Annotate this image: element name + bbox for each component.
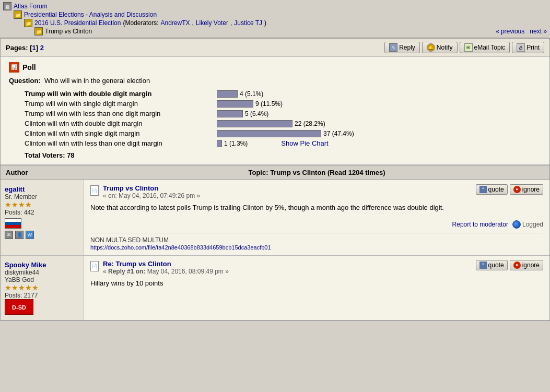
breadcrumb-topic: Trump vs Clinton	[45, 28, 92, 35]
post-title-link-1[interactable]: Trump vs Clinton	[103, 184, 158, 192]
quote-icon-2: ❝	[479, 262, 487, 269]
poll-option-6: Clinton will win with less than one digi…	[25, 139, 541, 147]
report-link-1[interactable]: Report to moderator	[452, 221, 508, 228]
post-time-2: « Reply #1 on: May 04, 2016, 08:09:49 pm…	[103, 268, 229, 275]
bar-5	[217, 130, 321, 137]
post-row-1: egalitt Sr. Member ★★★★ Posts: 442 ✉ 👤 W…	[1, 180, 549, 256]
moderator-justice-tj[interactable]: Justice TJ	[234, 19, 262, 27]
poll-option-4: Clinton will win with double digit margi…	[25, 120, 541, 127]
author-link-1[interactable]: egalitt	[5, 185, 25, 193]
action-buttons: ✎ Reply 🔔 Notify ✉ eMail Topic 🖨 Print	[384, 42, 544, 53]
post-title-row-2: 📄 Re: Trump vs Clinton « Reply #1 on: Ma…	[90, 260, 543, 275]
poll-option-2: Trump will win with single digit margin …	[25, 100, 541, 108]
author-rank-1: Sr. Member	[5, 193, 79, 200]
notify-icon: 🔔	[427, 43, 435, 52]
sig-text-1: NON MULTA SED MULTUM	[90, 236, 543, 244]
post-body-2: Hillary wins by 10 points	[90, 278, 543, 289]
bar-1	[217, 90, 238, 98]
author-icon-msg[interactable]: ✉	[5, 231, 13, 239]
breadcrumb-bar: ▦ Atlas Forum 📁 Presidential Elections -…	[0, 0, 550, 38]
poll-option-1: Trump will win with double digit margin …	[25, 90, 541, 98]
page-1-link[interactable]: 1	[32, 44, 36, 52]
next-link[interactable]: next »	[530, 28, 547, 35]
post-author-col-2: Spooky Mike diskymike44 YaBB God ★★★★★ P…	[1, 256, 84, 320]
post-content-col-1: 📄 Trump vs Clinton « on: May 04, 2016, 0…	[84, 180, 549, 255]
moderator-andrewTX[interactable]: AndrewTX	[160, 19, 190, 27]
author-stars-1: ★★★★	[5, 200, 79, 209]
post-body-1: Note that according to latest polls Trum…	[90, 203, 543, 213]
post-content-col-2: 📄 Re: Trump vs Clinton « Reply #1 on: Ma…	[84, 256, 549, 320]
email-button[interactable]: ✉ eMail Topic	[460, 42, 510, 53]
poll-question-text: Who will win in the general election	[44, 77, 150, 85]
forum-icon: ▦	[3, 2, 11, 10]
breadcrumb-level2[interactable]: Presidential Elections - Analysis and Di…	[24, 11, 157, 18]
breadcrumb-level3[interactable]: 2016 U.S. Presidential Election	[34, 19, 121, 27]
post-sig-1: NON MULTA SED MULTUM https://docs.zoho.c…	[90, 233, 543, 251]
ignore-button-1[interactable]: ● ignore	[510, 184, 543, 195]
quote-button-2[interactable]: ❝ quote	[476, 260, 508, 270]
post-doc-icon-2: 📄	[90, 261, 99, 271]
reply-icon: ✎	[389, 43, 397, 52]
moderator-likely-voter[interactable]: Likely Voter	[196, 19, 228, 27]
sig-link-1[interactable]: https://docs.zoho.com/file/ta42n8e40368b…	[90, 244, 271, 251]
post-time-1: « on: May 04, 2016, 07:49:26 pm »	[103, 192, 200, 199]
post-title-link-2[interactable]: Re: Trump vs Clinton	[103, 260, 171, 268]
author-icons-1: ✉ 👤 W	[5, 231, 79, 239]
quote-icon-1: ❝	[479, 186, 487, 193]
moderators-label: (Moderators:	[123, 19, 158, 27]
logged-status-1: Logged	[512, 220, 543, 229]
post-action-btns-1: ❝ quote ● ignore	[476, 184, 543, 195]
author-column-header: Author	[6, 169, 89, 176]
bar-6	[217, 140, 222, 147]
page-2-link[interactable]: 2	[40, 44, 44, 52]
post-footer-1: Report to moderator Logged	[90, 218, 543, 229]
topic-column-header: Topic: Trump vs Clinton (Read 1204 times…	[89, 169, 544, 176]
reply-button[interactable]: ✎ Reply	[384, 42, 420, 53]
subforum-icon: 📁	[14, 10, 22, 19]
poll-section: 📊 Poll Question: Who will win in the gen…	[1, 57, 549, 165]
subforum2-icon: 📁	[24, 19, 32, 27]
print-button[interactable]: 🖨 Print	[512, 42, 544, 53]
author-posts-1: Posts: 442	[5, 209, 79, 216]
ignore-button-2[interactable]: ● ignore	[510, 260, 543, 270]
poll-option-3: Trump will win with less than one digit …	[25, 110, 541, 117]
author-icon-profile[interactable]: 👤	[15, 231, 24, 239]
author-link-2[interactable]: Spooky Mike	[5, 261, 46, 269]
print-icon: 🖨	[517, 43, 525, 52]
prev-next-bar: « previous next »	[496, 28, 547, 35]
ignore-icon-2: ●	[513, 262, 521, 269]
post-title-row-1: 📄 Trump vs Clinton « on: May 04, 2016, 0…	[90, 184, 543, 199]
post-doc-icon-1: 📄	[90, 185, 99, 196]
pages-row: Pages: [1] 2 ✎ Reply 🔔 Notify ✉ eMail To…	[1, 39, 549, 57]
bar-4	[217, 120, 292, 127]
quote-button-1[interactable]: ❝ quote	[476, 184, 508, 195]
author-flag-2: D-SD	[5, 299, 33, 315]
poll-icon: 📊	[9, 62, 19, 73]
author-icon-web[interactable]: W	[26, 231, 34, 239]
email-icon: ✉	[464, 43, 473, 52]
post-action-btns-2: ❝ quote ● ignore	[476, 260, 543, 270]
post-author-col-1: egalitt Sr. Member ★★★★ Posts: 442 ✉ 👤 W	[1, 180, 84, 255]
poll-question-label: Question:	[9, 77, 41, 85]
pages-label: Pages: [1] 2	[6, 44, 44, 52]
poll-header-label: Poll	[22, 63, 36, 72]
ignore-icon-1: ●	[513, 186, 521, 193]
bar-2	[217, 100, 253, 108]
prev-link[interactable]: « previous	[496, 28, 524, 35]
topic-icon: 📁	[34, 27, 43, 35]
author-flag-1	[5, 218, 21, 229]
author-stars-2: ★★★★★	[5, 283, 79, 292]
post-row-2: Spooky Mike diskymike44 YaBB God ★★★★★ P…	[1, 256, 549, 320]
notify-button[interactable]: 🔔 Notify	[422, 42, 458, 53]
author-rank-2: YaBB God	[5, 276, 79, 283]
poll-option-5: Clinton will win with single digit margi…	[25, 129, 541, 137]
poll-total: Total Voters: 78	[25, 151, 541, 159]
logged-globe-icon-1	[512, 220, 521, 229]
author-posts-2: Posts: 2177	[5, 292, 79, 299]
breadcrumb-forum[interactable]: Atlas Forum	[14, 3, 48, 10]
topic-header: Author Topic: Trump vs Clinton (Read 120…	[1, 165, 549, 180]
poll-options: Trump will win with double digit margin …	[25, 90, 541, 147]
author-rank2-1: diskymike44	[5, 269, 79, 276]
show-pie-link[interactable]: Show Pie Chart	[281, 139, 328, 147]
bar-3	[217, 110, 243, 117]
